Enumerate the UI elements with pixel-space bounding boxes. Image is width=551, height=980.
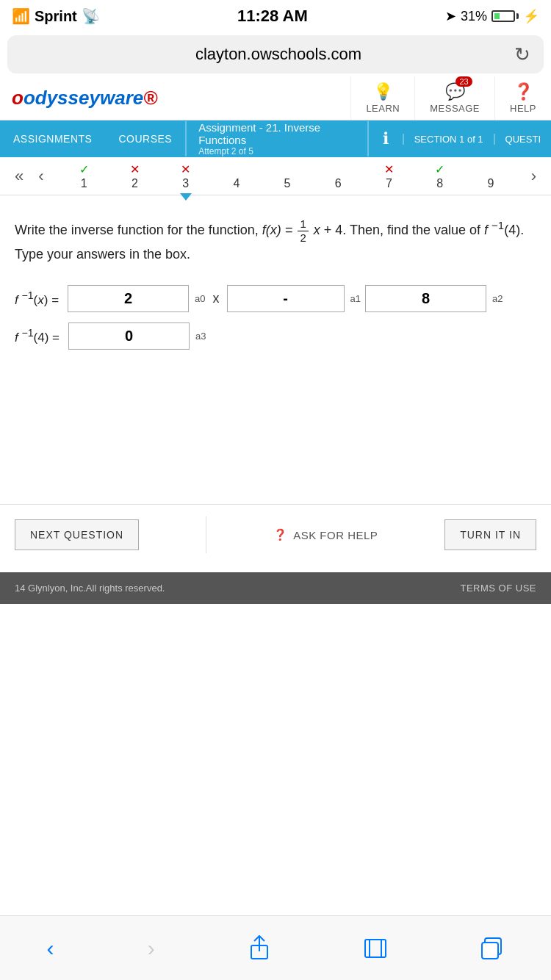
q3-number: 3 — [182, 177, 189, 190]
browser-bar[interactable]: clayton.owschools.com ↻ — [7, 35, 544, 73]
ask-for-help-button[interactable]: ❓ ASK FOR HELP — [273, 528, 378, 541]
answer-a0-input[interactable] — [68, 285, 189, 312]
top-nav: oodysseyware® 💡 LEARN 💬 23 MESSAGE ❓ HEL… — [0, 76, 551, 120]
fraction-numerator: 1 — [298, 217, 308, 231]
nav-prev-arrow[interactable]: ‹ — [31, 167, 51, 186]
q3-status: ✕ — [181, 162, 190, 176]
q5-status — [286, 162, 289, 176]
help-circle-icon: ❓ — [273, 528, 288, 541]
info-button[interactable]: ℹ — [369, 129, 403, 148]
answer-a2-input[interactable] — [365, 285, 486, 312]
q1-number: 1 — [81, 177, 87, 190]
tab-assignments[interactable]: ASSIGNMENTS — [0, 120, 105, 157]
q9-number: 9 — [487, 177, 494, 190]
question-num-9[interactable]: 9 — [480, 162, 502, 190]
question-text: Write the inverse function for the funct… — [15, 217, 536, 264]
answer-row-1: f −1(x) = a0 x a1 a2 — [15, 285, 536, 312]
location-icon: ➤ — [445, 8, 456, 24]
question-num-6[interactable]: 6 — [327, 162, 349, 190]
next-question-button[interactable]: NEXT QUESTION — [15, 519, 139, 550]
active-indicator — [180, 193, 192, 201]
refresh-button[interactable]: ↻ — [514, 43, 530, 66]
q9-status — [489, 162, 492, 176]
answer-a3-input[interactable] — [68, 323, 190, 350]
nav-icons: 💡 LEARN 💬 23 MESSAGE ❓ HELP — [350, 76, 551, 120]
divider — [206, 516, 206, 553]
row1-label: f −1(x) = — [15, 289, 59, 308]
help-icon: ❓ — [514, 82, 533, 101]
question-num-2[interactable]: ✕ 2 — [123, 162, 145, 190]
logo-registered: ® — [143, 87, 157, 109]
wifi-icon: 📡 — [82, 7, 100, 25]
tab-courses[interactable]: COURSES — [105, 120, 185, 157]
quest-button[interactable]: QUESTI — [495, 134, 551, 145]
bottom-actions: NEXT QUESTION ❓ ASK FOR HELP TURN IT IN — [0, 504, 551, 565]
q2-number: 2 — [132, 177, 138, 190]
a3-superscript: a3 — [195, 331, 206, 342]
q2-status: ✕ — [130, 162, 140, 176]
status-right: ➤ 31% ⚡ — [445, 8, 539, 24]
q6-number: 6 — [335, 177, 342, 190]
carrier-name: Sprint — [35, 8, 77, 25]
footer: 14 Glynlyon, Inc.All rights reserved. TE… — [0, 572, 551, 604]
learn-label: LEARN — [366, 103, 400, 114]
status-bar: 📶 Sprint 📡 11:28 AM ➤ 31% ⚡ — [0, 0, 551, 32]
lightbulb-icon: 💡 — [373, 82, 393, 101]
learn-nav-item[interactable]: 💡 LEARN — [350, 76, 414, 120]
assignment-label: Assignment — [198, 121, 256, 134]
message-icon: 💬 23 — [445, 82, 465, 101]
fraction-denominator: 2 — [298, 231, 308, 245]
lightning-icon: ⚡ — [523, 8, 539, 24]
nav-next-arrow[interactable]: › — [524, 167, 544, 186]
question-num-4[interactable]: 4 — [226, 162, 248, 190]
main-content: Write the inverse function for the funct… — [0, 195, 551, 489]
battery-icon — [491, 10, 519, 22]
function-label: f(x) = — [262, 223, 297, 237]
battery-percent: 31% — [461, 9, 487, 24]
nav-first-arrow[interactable]: « — [7, 167, 31, 186]
turn-it-in-button[interactable]: TURN IT IN — [444, 519, 536, 550]
url-display[interactable]: clayton.owschools.com — [43, 45, 514, 64]
section-button[interactable]: SECTION 1 of 1 — [403, 134, 495, 145]
assignment-title: Assignment - 21. Inverse Functions — [198, 121, 356, 146]
logo-o: o — [12, 87, 24, 109]
message-nav-item[interactable]: 💬 23 MESSAGE — [414, 76, 494, 120]
a1-superscript: a1 — [350, 293, 361, 304]
question-num-7[interactable]: ✕ 7 — [378, 162, 400, 190]
q1-status: ✓ — [79, 162, 89, 176]
footer-terms[interactable]: TERMS OF USE — [460, 583, 536, 594]
question-text-before: Write the inverse function for the funct… — [15, 223, 262, 237]
a0-superscript: a0 — [195, 293, 205, 304]
q8-status: ✓ — [435, 162, 444, 176]
fraction-display: 1 2 — [298, 217, 308, 245]
logo-area: oodysseyware® — [0, 76, 350, 120]
q6-status — [336, 162, 339, 176]
question-nav: « ‹ ✓ 1 ✕ 2 ✕ 3 4 5 6 — [0, 157, 551, 195]
a2-superscript: a2 — [492, 293, 503, 304]
ask-label: ASK FOR HELP — [293, 529, 378, 541]
question-num-5[interactable]: 5 — [276, 162, 298, 190]
status-left: 📶 Sprint 📡 — [12, 7, 100, 25]
assignment-bar: ASSIGNMENTS COURSES Assignment - 21. Inv… — [0, 120, 551, 157]
time-display: 11:28 AM — [237, 7, 308, 26]
question-num-3[interactable]: ✕ 3 — [175, 162, 197, 190]
assignment-info: Assignment - 21. Inverse Functions Attem… — [185, 121, 369, 156]
q7-status: ✕ — [384, 162, 394, 176]
q7-number: 7 — [386, 177, 392, 190]
help-label: HELP — [510, 103, 536, 114]
help-nav-item[interactable]: ❓ HELP — [494, 76, 551, 120]
message-badge: 23 — [455, 76, 472, 87]
white-space — [0, 604, 551, 780]
footer-copyright: 14 Glynlyon, Inc.All rights reserved. — [15, 583, 165, 594]
message-label: MESSAGE — [430, 103, 480, 114]
answer-a1-input[interactable] — [227, 285, 345, 312]
answer-row-2: f −1(4) = a3 — [15, 323, 536, 350]
nav-tabs: ASSIGNMENTS COURSES — [0, 120, 185, 157]
question-num-8[interactable]: ✓ 8 — [429, 162, 451, 190]
q4-status — [235, 162, 238, 176]
q4-number: 4 — [233, 177, 240, 190]
signal-icon: 📶 — [12, 7, 30, 25]
row2-label: f −1(4) = — [15, 327, 60, 345]
q8-number: 8 — [436, 177, 443, 190]
question-num-1[interactable]: ✓ 1 — [73, 162, 95, 190]
